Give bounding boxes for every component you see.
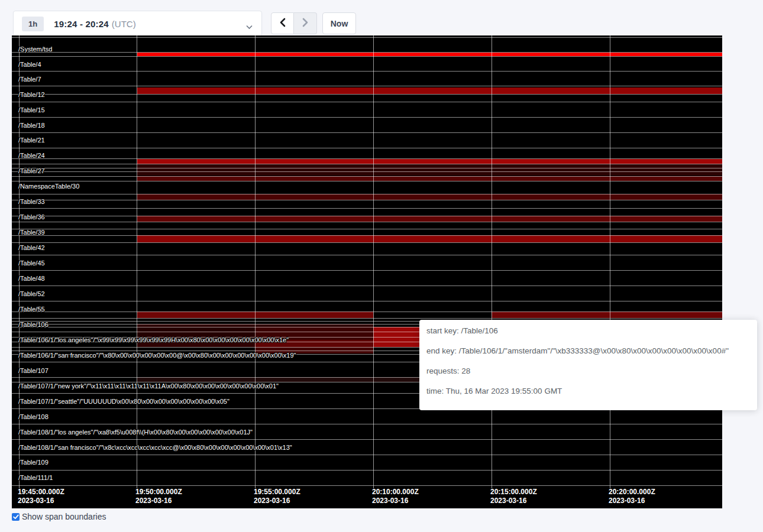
row-label: /Table/106/1/"san francisco"/"\x80\x00\x… (18, 350, 296, 361)
prev-range-button[interactable] (271, 12, 294, 34)
span-boundary-line (12, 485, 722, 486)
row-label: /Table/106/1/"los angeles"/"\x99\x99\x99… (18, 335, 289, 345)
heat-band[interactable] (492, 312, 722, 318)
row-label: /Table/36 (18, 212, 45, 222)
tooltip-requests: requests: 28 (426, 361, 751, 381)
x-axis-time: 19:55:00.000Z (254, 488, 300, 497)
span-boundary-line (12, 216, 722, 216)
span-boundary-line (12, 194, 722, 194)
span-boundary-line (12, 455, 722, 455)
span-boundary-line (12, 132, 722, 133)
row-label: /Table/21 (18, 135, 45, 145)
chevron-down-icon (246, 21, 253, 32)
chevron-right-icon (302, 18, 309, 29)
span-boundary-line (12, 86, 722, 86)
row-label: /Table/45 (18, 258, 45, 268)
row-label: /Table/107 (18, 365, 49, 376)
x-axis-label: 19:50:00.000Z2023-03-16 (135, 488, 182, 505)
span-boundary-line (12, 229, 722, 229)
hover-tooltip: start key: /Table/106 end key: /Table/10… (419, 320, 757, 410)
x-axis-date: 2023-03-16 (254, 497, 300, 505)
row-label: /Table/42 (18, 242, 45, 253)
span-boundary-line (12, 158, 722, 159)
span-boundary-line (12, 176, 722, 177)
x-axis-label: 19:55:00.000Z2023-03-16 (254, 488, 300, 505)
key-visualizer-canvas[interactable]: /System/tsd/Table/4/Table/7/Table/12/Tab… (12, 35, 722, 508)
row-label: /System/tsd (18, 44, 52, 54)
show-span-boundaries-checkbox[interactable] (12, 513, 20, 521)
row-label: /Table/15 (18, 105, 45, 115)
row-label: /Table/108/1/"los angeles"/"\xa8\xf5\u00… (18, 427, 253, 437)
time-gridline (255, 35, 256, 488)
span-boundary-line (12, 242, 722, 243)
time-gridline (610, 35, 610, 488)
row-label: /Table/55 (18, 304, 45, 314)
span-boundary-line (12, 168, 722, 168)
span-boundary-line (12, 439, 722, 440)
span-boundary-line (12, 255, 722, 255)
span-boundary-line (12, 117, 722, 118)
x-axis-label: 20:15:00.000Z2023-03-16 (490, 488, 537, 505)
row-label: /Table/18 (18, 120, 45, 131)
time-gridline (492, 35, 492, 488)
x-axis-label: 20:10:00.000Z2023-03-16 (372, 488, 419, 505)
time-range-selector[interactable]: 1h 19:24 - 20:24 (UTC) (13, 11, 262, 37)
show-span-boundaries-control[interactable]: Show span boundaries (12, 512, 106, 521)
row-label: /Table/109 (18, 457, 49, 468)
heat-band[interactable] (137, 235, 722, 242)
x-axis-date: 2023-03-16 (18, 497, 64, 505)
x-axis-label: 19:45:00.000Z2023-03-16 (18, 488, 64, 505)
span-boundary-line (12, 424, 722, 424)
span-boundary-line (12, 94, 722, 95)
span-boundary-line (12, 164, 722, 164)
span-boundary-line (12, 171, 722, 172)
row-label: /Table/48 (18, 273, 45, 284)
span-boundary-line (12, 222, 722, 222)
row-label: /Table/108 (18, 411, 49, 422)
chevron-left-icon (279, 18, 286, 29)
row-label: /NamespaceTable/30 (18, 181, 79, 192)
span-boundary-line (12, 301, 722, 301)
x-axis-date: 2023-03-16 (490, 497, 537, 505)
range-text: 19:24 - 20:24 (54, 19, 109, 29)
now-button[interactable]: Now (322, 12, 356, 34)
heat-band[interactable] (137, 194, 722, 200)
x-axis-time: 19:50:00.000Z (135, 488, 182, 497)
x-axis-date: 2023-03-16 (135, 497, 182, 505)
span-boundary-line (12, 312, 722, 312)
span-boundary-line (12, 56, 722, 57)
row-label: /Table/52 (18, 288, 45, 299)
range-nav-group (271, 12, 317, 34)
row-label: /Table/107/1/"new york"/"\x11\x11\x11\x1… (18, 381, 279, 391)
heat-band[interactable] (137, 176, 722, 181)
span-boundary-line (12, 318, 722, 319)
span-boundary-line (12, 37, 722, 38)
heat-band[interactable] (137, 159, 722, 164)
tooltip-start-key: start key: /Table/106 (426, 321, 751, 341)
x-axis-time: 20:20:00.000Z (609, 488, 655, 497)
next-range-button[interactable] (294, 12, 317, 34)
span-boundary-line (12, 470, 722, 471)
span-boundary-line (12, 71, 722, 72)
span-boundary-line (12, 208, 722, 209)
tooltip-end-key: end key: /Table/106/1/"amsterdam"/"\xb33… (426, 341, 751, 361)
span-boundary-line (12, 286, 722, 286)
time-gridline (137, 35, 137, 488)
row-label: /Table/39 (18, 227, 45, 238)
row-label: /Table/33 (18, 196, 45, 207)
row-label: /Table/108/1/"san francisco"/"\x8c\xcc\x… (18, 442, 292, 453)
x-axis-time: 20:15:00.000Z (490, 488, 537, 497)
span-boundary-line (12, 270, 722, 271)
span-boundary-line (12, 181, 722, 181)
range-duration-badge: 1h (22, 17, 44, 31)
tooltip-time: time: Thu, 16 Mar 2023 19:55:00 GMT (426, 381, 751, 401)
row-label: /Table/27 (18, 166, 45, 176)
heat-band[interactable] (137, 87, 722, 94)
heat-band[interactable] (137, 164, 722, 176)
span-boundary-line (12, 148, 722, 148)
range-timezone: (UTC) (112, 19, 136, 29)
row-label: /Table/7 (18, 74, 41, 85)
row-label: /Table/107/1/"seattle"/"UUUUUUD\x00\x80\… (18, 396, 229, 407)
heat-band[interactable] (137, 216, 722, 222)
span-boundary-line (12, 102, 722, 102)
